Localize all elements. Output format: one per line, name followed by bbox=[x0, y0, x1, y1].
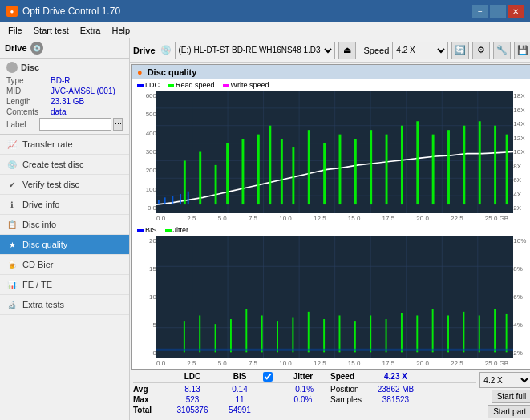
type-label: Type bbox=[6, 76, 51, 85]
avg-bis: 0.14 bbox=[220, 385, 260, 394]
mid-label: MID bbox=[6, 87, 51, 95]
settings-button1[interactable]: ⚙ bbox=[472, 42, 490, 59]
disc-section: Disc Type BD-R MID JVC-AMS6L (001) Lengt… bbox=[0, 59, 129, 135]
svg-rect-58 bbox=[230, 319, 232, 352]
refresh-button[interactable]: 🔄 bbox=[451, 42, 469, 59]
svg-rect-22 bbox=[215, 165, 217, 204]
speed-val-header: 4.23 X bbox=[374, 372, 418, 382]
disc-contents-row: Contents data bbox=[6, 107, 123, 116]
svg-rect-26 bbox=[269, 126, 271, 204]
menu-start-test[interactable]: Start test bbox=[29, 24, 74, 37]
svg-rect-62 bbox=[292, 318, 293, 353]
sidebar-drive-label: Drive 💿 bbox=[0, 38, 129, 59]
settings-button2[interactable]: 🔧 bbox=[493, 42, 511, 59]
app-icon: ● bbox=[6, 6, 18, 17]
length-label: Length bbox=[6, 97, 51, 106]
drive-row-label: Drive bbox=[133, 46, 156, 55]
drive-info-icon: ℹ bbox=[6, 199, 18, 210]
start-part-button[interactable]: Start part bbox=[488, 405, 530, 418]
disc-info-label: Disc info bbox=[22, 220, 56, 229]
top-chart-wrapper: 6005004003002001000.0 bbox=[132, 91, 530, 215]
drive-info-label: Drive info bbox=[22, 200, 59, 209]
save-button[interactable]: 💾 bbox=[514, 42, 530, 59]
sidebar-item-cd-bier[interactable]: 🍺 CD Bier bbox=[0, 255, 129, 275]
svg-rect-68 bbox=[386, 319, 387, 352]
ldc-legend-label: LDC bbox=[145, 81, 160, 89]
verify-test-icon: ✔ bbox=[6, 179, 18, 190]
extra-tests-icon: 🔬 bbox=[6, 299, 18, 310]
write-dot bbox=[223, 84, 229, 87]
bottom-chart-svg bbox=[156, 236, 513, 358]
sidebar-item-disc-info[interactable]: 📋 Disc info bbox=[0, 215, 129, 235]
label-browse-button[interactable]: ⋯ bbox=[113, 118, 123, 131]
bis-legend-label: BIS bbox=[145, 226, 157, 234]
bottom-x-axis: 0.02.55.07.510.012.515.017.520.022.525.0… bbox=[132, 360, 530, 369]
menu-help[interactable]: Help bbox=[107, 24, 135, 37]
svg-rect-63 bbox=[308, 312, 310, 352]
write-legend: Write speed bbox=[223, 81, 269, 89]
disc-quality-icon: ★ bbox=[6, 239, 18, 250]
speed-stats-selector[interactable]: 4.2 X bbox=[479, 372, 530, 388]
svg-rect-71 bbox=[432, 309, 434, 353]
svg-rect-55 bbox=[184, 321, 185, 352]
maximize-button[interactable]: □ bbox=[490, 5, 506, 18]
minimize-button[interactable]: − bbox=[472, 5, 488, 18]
svg-rect-27 bbox=[281, 139, 283, 204]
svg-rect-24 bbox=[241, 139, 244, 204]
disc-quality-label: Disc quality bbox=[22, 240, 67, 249]
bottom-chart-section: BIS Jitter 20151050 bbox=[132, 224, 530, 369]
max-label: Max bbox=[133, 395, 165, 404]
drive-selector[interactable]: (E:) HL-DT-ST BD-RE WH16NS48 1.D3 bbox=[175, 42, 335, 59]
window-controls: − □ ✕ bbox=[472, 5, 524, 18]
start-full-button[interactable]: Start full bbox=[492, 390, 530, 403]
sidebar-item-fe-te[interactable]: 📊 FE / TE bbox=[0, 275, 129, 295]
transfer-rate-icon: 📈 bbox=[6, 139, 18, 150]
total-ldc: 3105376 bbox=[168, 406, 216, 414]
top-chart-legend: LDC Read speed Write speed bbox=[132, 79, 530, 91]
label-field-label: Label bbox=[6, 120, 38, 129]
sidebar-item-create-test-disc[interactable]: 💿 Create test disc bbox=[0, 155, 129, 175]
write-legend-label: Write speed bbox=[231, 81, 269, 89]
app-title: Opti Drive Control 1.70 bbox=[22, 6, 120, 17]
sidebar-item-drive-info[interactable]: ℹ Drive info bbox=[0, 195, 129, 215]
drive-icon-small: 💿 bbox=[160, 45, 172, 55]
svg-rect-75 bbox=[494, 309, 496, 353]
svg-rect-28 bbox=[292, 147, 294, 204]
read-legend-label: Read speed bbox=[176, 81, 215, 89]
transfer-rate-label: Transfer rate bbox=[22, 139, 73, 149]
eject-button[interactable]: ⏏ bbox=[338, 42, 356, 59]
svg-rect-73 bbox=[463, 312, 464, 352]
svg-rect-33 bbox=[370, 130, 372, 204]
stats-empty-col bbox=[133, 372, 165, 382]
svg-rect-65 bbox=[339, 315, 341, 352]
position-value: 23862 MB bbox=[374, 385, 418, 394]
total-row: Total 3105376 54991 bbox=[133, 405, 476, 415]
top-chart-svg bbox=[156, 91, 513, 213]
speed-selector[interactable]: 4.2 X bbox=[392, 42, 448, 59]
svg-rect-69 bbox=[401, 313, 403, 352]
menu-extra[interactable]: Extra bbox=[75, 24, 106, 37]
menu-file[interactable]: File bbox=[3, 24, 27, 37]
content-area: Drive 💿 (E:) HL-DT-ST BD-RE WH16NS48 1.D… bbox=[130, 38, 530, 420]
sidebar-item-extra-tests[interactable]: 🔬 Extra tests bbox=[0, 295, 129, 315]
sidebar-item-verify-test-disc[interactable]: ✔ Verify test disc bbox=[0, 175, 129, 195]
jitter-checkbox[interactable] bbox=[263, 372, 273, 382]
bottom-chart-legend: BIS Jitter bbox=[132, 224, 530, 236]
jitter-dot bbox=[165, 229, 172, 232]
speed-col-header: Speed bbox=[330, 372, 370, 382]
chart-header-icon: ● bbox=[137, 67, 143, 77]
disc-label: Disc bbox=[21, 63, 39, 72]
top-y-axis-right: 18X16X14X12X10X8X6X4X2X bbox=[513, 91, 530, 213]
label-input[interactable] bbox=[39, 118, 111, 131]
svg-rect-64 bbox=[323, 319, 325, 352]
mid-value: JVC-AMS6L (001) bbox=[51, 87, 123, 95]
top-chart-section: LDC Read speed Write speed bbox=[132, 79, 530, 224]
sidebar-item-disc-quality[interactable]: ★ Disc quality bbox=[0, 235, 129, 255]
samples-value: 381523 bbox=[374, 395, 418, 404]
max-jitter: 0.0% bbox=[279, 395, 327, 404]
close-button[interactable]: ✕ bbox=[508, 5, 524, 18]
svg-rect-77 bbox=[156, 349, 513, 351]
total-label: Total bbox=[133, 406, 165, 414]
sidebar-item-transfer-rate[interactable]: 📈 Transfer rate bbox=[0, 135, 129, 155]
svg-rect-37 bbox=[432, 135, 435, 204]
